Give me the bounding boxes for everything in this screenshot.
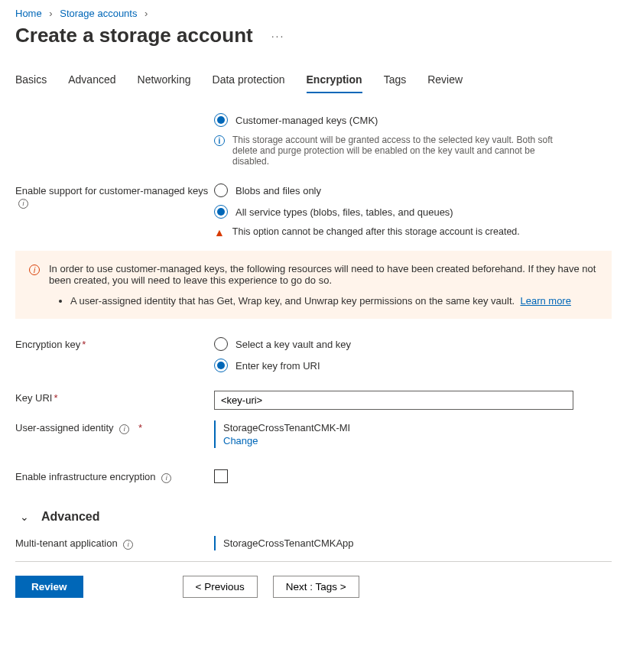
tab-encryption[interactable]: Encryption (307, 69, 362, 93)
radio-all-label: All service types (blobs, files, tables,… (235, 206, 453, 218)
learn-more-link[interactable]: Learn more (520, 295, 570, 307)
radio-uri-label: Enter key from URI (235, 360, 320, 372)
breadcrumb-home[interactable]: Home (15, 8, 42, 19)
radio-all-services[interactable]: All service types (blobs, files, tables,… (214, 205, 612, 219)
info-icon[interactable]: i (123, 540, 133, 550)
info-icon: i (214, 135, 225, 146)
support-label: Enable support for customer-managed keys… (15, 183, 214, 209)
warning-icon: ▲ (214, 226, 225, 239)
identity-change-link[interactable]: Change (223, 435, 612, 446)
multi-tenant-value: StorageCrossTenantCMKApp (223, 537, 612, 549)
tabs: Basics Advanced Networking Data protecti… (15, 69, 628, 93)
radio-vault-label: Select a key vault and key (235, 339, 351, 350)
tab-advanced[interactable]: Advanced (68, 69, 115, 93)
info-icon[interactable]: i (119, 424, 129, 434)
radio-icon (214, 337, 228, 351)
identity-value: StorageCrossTenantCMK-MI (223, 422, 612, 433)
review-button[interactable]: Review (15, 576, 83, 598)
tab-review[interactable]: Review (427, 69, 463, 93)
info-icon[interactable]: i (161, 473, 171, 483)
divider (15, 561, 612, 562)
infra-encryption-checkbox[interactable] (214, 469, 228, 483)
tab-basics[interactable]: Basics (15, 69, 47, 93)
radio-blobs-files[interactable]: Blobs and files only (214, 183, 612, 197)
radio-cmk-label: Customer-managed keys (CMK) (235, 115, 378, 126)
encryption-key-label: Encryption key* (15, 337, 214, 350)
radio-blobs-label: Blobs and files only (235, 185, 321, 196)
key-uri-label: Key URI* (15, 391, 214, 404)
radio-icon (214, 359, 228, 372)
breadcrumb-storage[interactable]: Storage accounts (60, 8, 137, 19)
radio-icon (214, 113, 228, 127)
next-button[interactable]: Next : Tags > (273, 576, 359, 598)
chevron-down-icon: ⌄ (20, 511, 29, 523)
infra-encryption-label: Enable infrastructure encryption i (15, 469, 214, 483)
tab-tags[interactable]: Tags (384, 69, 407, 93)
breadcrumb: Home › Storage accounts › (15, 8, 628, 19)
cmk-info: i This storage account will be granted a… (214, 135, 612, 167)
tab-networking[interactable]: Networking (138, 69, 191, 93)
support-warning: ▲ This option cannot be changed after th… (214, 226, 612, 239)
prerequisite-notice: i In order to use customer-managed keys,… (15, 251, 612, 319)
multi-tenant-label: Multi-tenant application i (15, 536, 214, 550)
key-uri-input[interactable] (214, 391, 573, 410)
chevron-right-icon: › (49, 8, 52, 19)
radio-icon (214, 183, 228, 197)
advanced-section-toggle[interactable]: ⌄ Advanced (20, 510, 612, 524)
radio-select-vault[interactable]: Select a key vault and key (214, 337, 612, 351)
info-icon[interactable]: i (18, 199, 28, 209)
radio-cmk[interactable]: Customer-managed keys (CMK) (214, 113, 612, 127)
identity-label: User-assigned identity i * (15, 420, 214, 434)
previous-button[interactable]: < Previous (183, 576, 258, 598)
page-title: Create a storage account ··· (15, 24, 628, 47)
more-icon[interactable]: ··· (271, 30, 285, 42)
chevron-right-icon: › (145, 8, 148, 19)
radio-icon (214, 205, 228, 219)
info-icon: i (29, 265, 40, 275)
tab-data-protection[interactable]: Data protection (213, 69, 285, 93)
radio-enter-uri[interactable]: Enter key from URI (214, 359, 612, 372)
